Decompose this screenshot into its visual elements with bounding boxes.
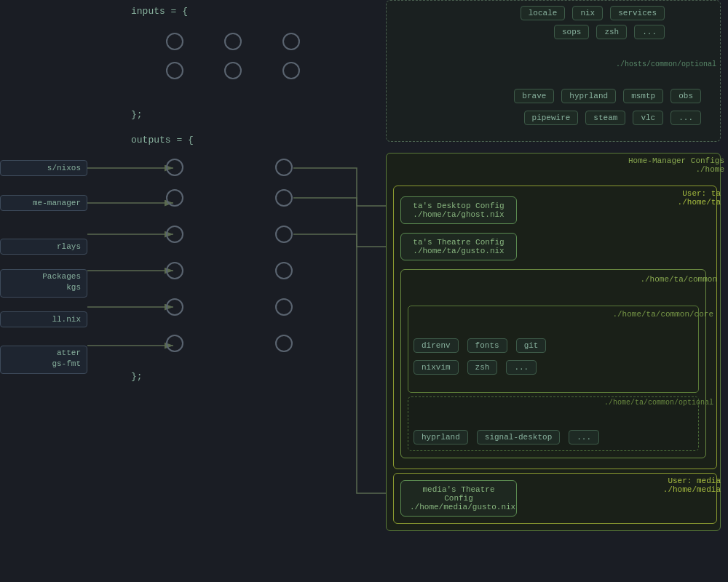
tag-hyprland: hyprland bbox=[561, 89, 616, 103]
tag-ellipsis-2: ... bbox=[670, 111, 701, 125]
tag-locale: locale bbox=[521, 6, 566, 20]
tag-git: git bbox=[516, 338, 547, 353]
input-circle-r1c2 bbox=[224, 33, 242, 50]
tag-sops: sops bbox=[554, 25, 589, 39]
tag-ellipsis-1: ... bbox=[634, 25, 665, 39]
right-output-circle-5 bbox=[275, 298, 293, 316]
user-ta-label: User: ta ./home/ta bbox=[678, 189, 721, 207]
theatre-config-media-title: media's Theatre Config bbox=[410, 485, 507, 503]
sidebar-item-packages: Packageskgs bbox=[0, 269, 87, 298]
theatre-config-ta-box: ta's Theatre Config ./home/ta/gusto.nix bbox=[400, 233, 517, 260]
tag-pipewire: pipewire bbox=[524, 111, 579, 125]
input-circle-r2c3 bbox=[282, 62, 300, 79]
tag-msmtp: msmtp bbox=[623, 89, 663, 103]
tags-row-3: brave hyprland msmtp obs bbox=[390, 87, 703, 105]
home-manager-title: Home-Manager Configs ./home bbox=[628, 156, 724, 174]
core-tags-row-1: direnv fonts git bbox=[411, 336, 548, 355]
tags-row-4: pipewire steam vlc ... bbox=[390, 108, 703, 127]
right-output-circle-6 bbox=[275, 335, 293, 352]
closing-brace-outputs: }; bbox=[131, 371, 143, 382]
sidebar-item-home-manager: me-manager bbox=[0, 195, 87, 211]
optional-path-label: ./hosts/common/optional bbox=[616, 60, 716, 68]
input-circle-r1c3 bbox=[282, 33, 300, 50]
tag-obs: obs bbox=[670, 89, 701, 103]
theatre-config-media-path: ./home/media/gusto.nix bbox=[410, 503, 507, 511]
sidebar-item-nixos: s/nixos bbox=[0, 160, 87, 176]
tags-row-2: sops zsh ... bbox=[390, 23, 667, 41]
theatre-config-ta-path: ./home/ta/gusto.nix bbox=[410, 247, 507, 255]
closing-brace-inputs: }; bbox=[131, 109, 143, 120]
desktop-config-path: ./home/ta/ghost.nix bbox=[410, 210, 507, 219]
desktop-config-box: ta's Desktop Config ./home/ta/ghost.nix bbox=[400, 196, 517, 224]
tag-nixvim: nixvim bbox=[414, 360, 459, 375]
sidebar-item-formatter: attergs-fmt bbox=[0, 346, 87, 374]
tag-vlc: vlc bbox=[633, 111, 663, 125]
right-output-circle-2 bbox=[275, 189, 293, 207]
sidebar-item-overlays: rlays bbox=[0, 239, 87, 255]
tag-ellipsis-opt: ... bbox=[569, 430, 599, 445]
tag-services: services bbox=[610, 6, 665, 20]
right-output-circle-1 bbox=[275, 159, 293, 176]
inputs-label: inputs = { bbox=[131, 6, 188, 17]
core-label: ./home/ta/common/core bbox=[612, 310, 713, 319]
hosts-common-optional-box: locale nix services sops zsh ... ./hosts… bbox=[386, 0, 721, 142]
output-circle-3 bbox=[166, 226, 183, 243]
desktop-config-title: ta's Desktop Config bbox=[410, 202, 507, 210]
output-circle-6 bbox=[166, 335, 183, 352]
right-output-circle-4 bbox=[275, 262, 293, 279]
tag-nix: nix bbox=[572, 6, 603, 20]
user-media-label: User: media ./home/media bbox=[663, 477, 721, 494]
tags-row-1: locale nix services bbox=[390, 4, 667, 23]
theatre-config-media-box: media's Theatre Config ./home/media/gust… bbox=[400, 480, 517, 517]
tag-steam: steam bbox=[585, 111, 625, 125]
tag-brave: brave bbox=[514, 89, 554, 103]
tag-zsh-core: zsh bbox=[467, 360, 498, 375]
theatre-config-ta-title: ta's Theatre Config bbox=[410, 238, 507, 247]
tag-direnv: direnv bbox=[414, 338, 459, 353]
output-circle-5 bbox=[166, 298, 183, 316]
input-circle-r2c1 bbox=[166, 62, 183, 79]
input-circle-r2c2 bbox=[224, 62, 242, 79]
tag-fonts: fonts bbox=[467, 338, 507, 353]
tag-signal-desktop: signal-desktop bbox=[477, 430, 560, 445]
tag-hyprland-opt: hyprland bbox=[414, 430, 468, 445]
tag-ellipsis-core: ... bbox=[506, 360, 537, 375]
optional-tags: hyprland signal-desktop ... bbox=[411, 428, 601, 447]
optional-inner-label: ./home/ta/common/optional bbox=[604, 399, 713, 407]
output-circle-4 bbox=[166, 262, 183, 279]
output-circle-1 bbox=[166, 159, 183, 176]
sidebar-item-all-nix: ll.nix bbox=[0, 311, 87, 327]
outputs-label: outputs = { bbox=[131, 135, 194, 146]
common-label: ./home/ta/common bbox=[640, 275, 717, 284]
tag-zsh: zsh bbox=[596, 25, 627, 39]
core-tags-row-2: nixvim zsh ... bbox=[411, 358, 539, 377]
output-circle-2 bbox=[166, 189, 183, 207]
right-output-circle-3 bbox=[275, 226, 293, 243]
input-circle-r1c1 bbox=[166, 33, 183, 50]
